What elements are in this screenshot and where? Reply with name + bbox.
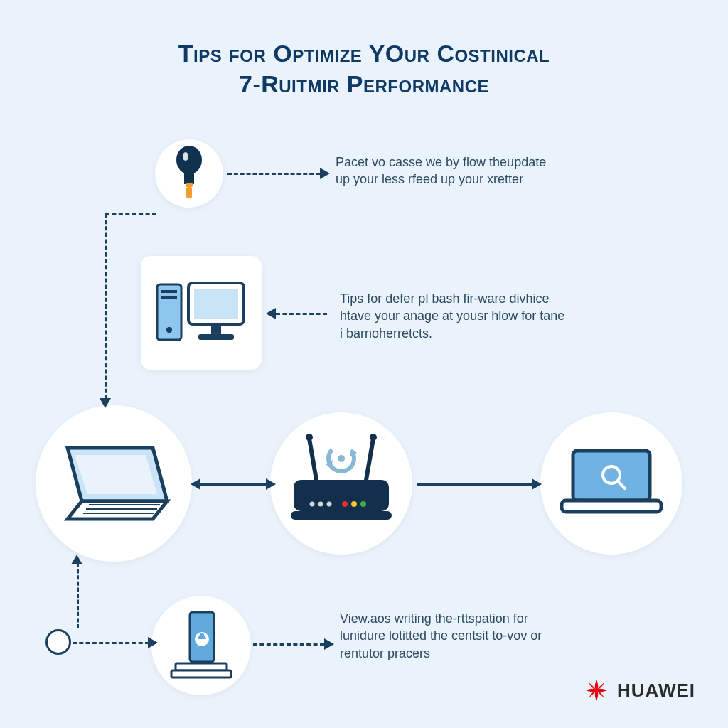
svg-rect-36 (562, 500, 661, 512)
title-line2: 7-Ruitmir Performance (0, 69, 728, 100)
phone-tip-text: View.aos writing the-rttspation for luni… (340, 610, 567, 662)
svg-rect-27 (294, 480, 389, 511)
connector-bulb-left (105, 213, 156, 215)
laptop-icon (46, 434, 181, 533)
laptop-left-node (36, 405, 192, 562)
page-title: Tips for Optimize YOur Costinical 7-Ruit… (0, 38, 728, 99)
arrow-left-icon (191, 478, 200, 490)
svg-rect-12 (198, 334, 234, 340)
phone-dock-icon (166, 606, 237, 685)
svg-marker-14 (68, 501, 167, 519)
desktop-tip-text: Tips for defer pl bash fir-ware divhice … (340, 290, 567, 342)
svg-rect-43 (171, 670, 231, 678)
arrow-right-icon (148, 637, 158, 648)
svg-point-4 (183, 152, 188, 161)
svg-point-41 (200, 633, 204, 638)
title-line1: Tips for Optimize YOur Costinical (178, 40, 550, 67)
svg-rect-7 (161, 296, 177, 299)
connector-laptop-router (200, 483, 266, 486)
svg-rect-10 (194, 289, 238, 318)
bulb-tip-text: Pacet vo casse we by flow theupdate up y… (336, 154, 563, 188)
svg-point-29 (310, 502, 315, 507)
connector-bulb-right (228, 173, 320, 175)
svg-rect-3 (186, 187, 192, 198)
arrow-right-icon (532, 478, 542, 490)
arrow-right-icon (266, 478, 276, 490)
svg-rect-6 (161, 290, 177, 293)
svg-point-32 (342, 501, 348, 507)
svg-point-33 (351, 501, 357, 507)
svg-point-31 (327, 502, 332, 507)
svg-line-19 (309, 439, 316, 480)
router-icon (281, 430, 402, 537)
svg-rect-1 (184, 170, 194, 184)
desktop-node (141, 256, 262, 370)
svg-point-34 (360, 501, 366, 507)
svg-rect-11 (211, 324, 221, 334)
desktop-computer-icon (151, 270, 251, 355)
laptop-search-icon (555, 441, 668, 526)
arrow-up-icon (71, 555, 82, 564)
brand-logo: HUAWEI (583, 677, 695, 704)
svg-point-8 (166, 327, 172, 333)
svg-rect-35 (573, 451, 650, 500)
connector-node-icon (46, 629, 71, 655)
svg-line-20 (366, 439, 373, 480)
svg-rect-28 (291, 511, 392, 520)
arrow-right-icon (324, 638, 334, 650)
connector-vertical-spine (105, 213, 107, 400)
svg-rect-2 (186, 183, 193, 187)
router-node (270, 412, 412, 555)
svg-marker-15 (75, 455, 157, 494)
phone-dock-node (151, 596, 251, 695)
laptop-right-node (540, 412, 682, 555)
svg-point-22 (370, 434, 377, 441)
svg-point-30 (318, 502, 323, 507)
connector-phone-text (253, 643, 324, 646)
connector-laptop-down (77, 563, 79, 628)
svg-point-26 (338, 455, 345, 462)
connector-router-laptop (417, 483, 532, 486)
lightbulb-icon (168, 146, 210, 201)
huawei-petal-icon (583, 677, 610, 704)
arrow-right-icon (320, 168, 330, 179)
arrow-left-icon (266, 308, 276, 319)
connector-computer-left (276, 313, 327, 315)
svg-point-21 (306, 434, 313, 441)
connector-hollow-phone (73, 642, 149, 644)
arrow-down-icon (100, 398, 111, 408)
bulb-node (155, 139, 223, 208)
brand-name: HUAWEI (617, 680, 695, 702)
